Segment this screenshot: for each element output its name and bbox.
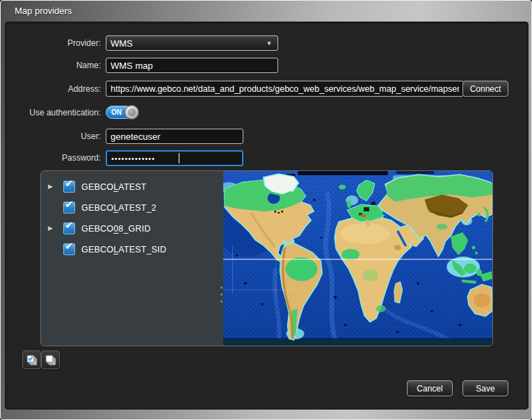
cancel-button[interactable]: Cancel <box>407 380 453 396</box>
layer-row[interactable]: ✔ GEBCOLATEST_2 <box>41 199 220 218</box>
layer-checkbox[interactable]: ✔ <box>63 243 75 255</box>
layer-label: GEBCOLATEST <box>81 182 147 192</box>
layer-label-post: ATEST <box>118 182 146 192</box>
title-bar[interactable]: Map providers <box>1 1 531 22</box>
layer-label: GEBCO08_GRID <box>81 224 151 234</box>
splitter-grip-dot <box>220 293 223 296</box>
uncheck-all-layers-icon <box>45 355 57 366</box>
layer-label: GEBCOLATEST_2 <box>81 203 156 213</box>
layers-panel: ▶ ✔ GEBCOLATEST ✔ GEBCOLATEST_2 ▶ ✔ GEBC… <box>40 170 493 346</box>
check-all-layers-button[interactable] <box>22 350 41 369</box>
map-preview-container <box>223 171 492 346</box>
expand-arrow-icon[interactable]: ▶ <box>48 225 55 232</box>
address-label: Address: <box>22 84 101 94</box>
user-label: User: <box>22 131 101 141</box>
splitter-grip-dot <box>220 286 223 289</box>
provider-dropdown[interactable]: WMS ▼ <box>106 35 278 51</box>
name-label: Name: <box>22 60 101 70</box>
layer-label-pre: GEBCO <box>81 224 113 234</box>
toggle-knob-icon[interactable] <box>124 105 139 120</box>
layer-label: GEBCOLATEST_SID <box>81 245 166 255</box>
layers-tree: ▶ ✔ GEBCOLATEST ✔ GEBCOLATEST_2 ▶ ✔ GEBC… <box>41 171 220 346</box>
layer-label-pre: GEBCO <box>81 245 113 255</box>
layer-label-post: 8_GRID <box>118 224 150 234</box>
checkmark-icon: ✔ <box>65 177 74 190</box>
layer-checkbox[interactable]: ✔ <box>63 202 75 213</box>
checkmark-icon: ✔ <box>65 240 74 252</box>
connect-button[interactable]: Connect <box>462 81 508 97</box>
map-providers-dialog: Map providers Provider: WMS ▼ Name: Addr… <box>0 0 532 420</box>
text-caret <box>179 153 179 163</box>
chevron-down-icon: ▼ <box>266 40 272 47</box>
toggle-knob-inner <box>128 108 136 116</box>
layer-checkbox[interactable]: ✔ <box>63 181 75 193</box>
user-input[interactable] <box>106 129 243 144</box>
checkmark-icon: ✔ <box>65 198 74 211</box>
password-label: Password: <box>22 153 101 163</box>
dialog-title: Map providers <box>15 6 72 16</box>
password-input[interactable] <box>106 150 243 166</box>
layer-row[interactable]: ▶ ✔ GEBCO08_GRID <box>41 220 220 239</box>
use-authentication-toggle[interactable]: ON <box>106 105 139 120</box>
world-map-preview-image <box>223 171 492 346</box>
expand-arrow-icon[interactable]: ▶ <box>48 183 55 190</box>
layer-row[interactable]: ▶ ✔ GEBCOLATEST <box>41 178 220 197</box>
dialog-content: Provider: WMS ▼ Name: Address: Connect U… <box>5 22 529 410</box>
layer-label-pre: GEBCO <box>81 203 113 213</box>
splitter-grip-dot <box>220 300 223 302</box>
layer-label-post: ATEST_SID <box>118 245 166 255</box>
layer-label-post: ATEST_2 <box>118 203 156 213</box>
uncheck-all-layers-button[interactable] <box>41 350 60 369</box>
layer-row[interactable]: ✔ GEBCOLATEST_SID <box>41 241 220 260</box>
layer-label-pre: GEBCO <box>81 182 113 192</box>
checkmark-icon: ✔ <box>65 219 74 232</box>
use-authentication-label: Use authentication: <box>22 108 101 118</box>
address-input[interactable] <box>106 81 464 97</box>
provider-dropdown-value: WMS <box>111 38 133 49</box>
provider-label: Provider: <box>22 38 101 48</box>
save-button[interactable]: Save <box>462 380 508 396</box>
name-input[interactable] <box>106 58 278 73</box>
check-all-layers-icon <box>26 355 38 366</box>
layer-checkbox[interactable]: ✔ <box>63 223 75 234</box>
